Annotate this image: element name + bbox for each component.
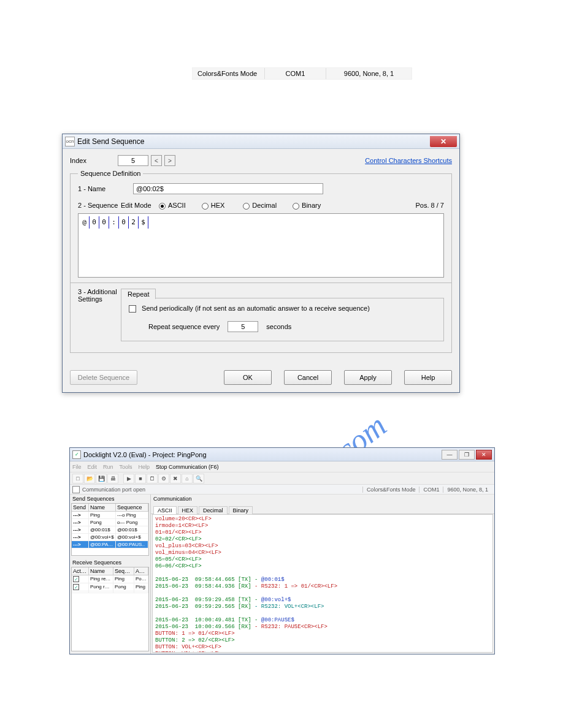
dialog-title: Edit Send Sequence	[77, 137, 430, 146]
send-periodically-label: Send periodically (if not sent as an aut…	[142, 305, 370, 312]
sequence-label: 2 - Sequence	[78, 202, 121, 209]
receive-sequences-grid[interactable]: Active Name Sequence Answe ✓Ping recei…P…	[71, 567, 149, 651]
app-titlebar[interactable]: ✓ Docklight V2.0 (Eval) - Project: PingP…	[70, 448, 494, 461]
menu-stop-communication[interactable]: Stop Communication (F6)	[156, 464, 219, 470]
stop-icon[interactable]: ■	[135, 474, 146, 483]
status-port: COM1	[419, 487, 443, 493]
menu-run[interactable]: Run	[103, 464, 113, 470]
table-row[interactable]: --->Pongo--- Pong	[72, 519, 148, 526]
help-button[interactable]: Help	[404, 370, 452, 385]
send-sequences-title: Send Sequences	[70, 495, 150, 503]
repeat-pane: Send periodically (if not sent as an aut…	[121, 298, 444, 341]
name-input[interactable]: @00:02$	[133, 183, 323, 194]
prev-button[interactable]: <	[151, 155, 162, 166]
radio-hex[interactable]: HEX	[202, 202, 225, 210]
clear-icon[interactable]: ✖	[170, 474, 181, 483]
table-row[interactable]: --->@00:PAUSE$@00:PAUS..	[72, 541, 148, 548]
char-cell[interactable]: :	[109, 216, 119, 229]
communication-log[interactable]: volume=20<CR><LF> irmode=1<CR><LF> 01=01…	[152, 514, 493, 653]
char-cell[interactable]: @	[80, 216, 90, 229]
communication-title: Communication	[151, 495, 494, 503]
status-strip-top: Colors&Fonts Mode COM1 9600, None, 8, 1	[192, 67, 412, 80]
char-cell[interactable]: 0	[119, 216, 129, 229]
search-icon[interactable]: 🔍	[193, 474, 204, 483]
radio-binary[interactable]: Binary	[293, 202, 321, 210]
status-mode: Colors&Fonts Mode	[193, 68, 265, 79]
menu-edit[interactable]: Edit	[88, 464, 98, 470]
table-row[interactable]	[72, 591, 148, 593]
menu-tools[interactable]: Tools	[120, 464, 132, 470]
index-input[interactable]: 5	[118, 155, 148, 166]
send-periodically-checkbox[interactable]	[129, 305, 136, 313]
send-sequences-grid[interactable]: Send Name Sequence --->Ping---o Ping ---…	[71, 503, 149, 556]
radio-decimal[interactable]: Decimal	[243, 202, 277, 210]
position-indicator: Pos. 8 / 7	[416, 202, 444, 209]
save-icon[interactable]: 💾	[96, 474, 107, 483]
dialog-titlebar[interactable]: ocn Edit Send Sequence ✕	[63, 134, 459, 149]
table-row[interactable]: ✓Pong recei…PongPing	[72, 583, 148, 591]
print-icon[interactable]: 🖶	[107, 474, 118, 483]
next-button[interactable]: >	[164, 155, 175, 166]
tab-binary[interactable]: Binary	[229, 506, 253, 514]
open-icon[interactable]: 📂	[84, 474, 95, 483]
char-cell[interactable]: 0	[99, 216, 109, 229]
table-row[interactable]: --->Ping---o Ping	[72, 512, 148, 519]
repeat-tab[interactable]: Repeat	[121, 289, 156, 299]
delete-sequence-button[interactable]: Delete Sequence	[70, 370, 137, 385]
additional-settings-label: 3 - Additional Settings	[78, 288, 121, 303]
char-cell[interactable]: 0	[90, 216, 99, 229]
maximize-icon[interactable]: ❐	[459, 450, 475, 460]
status-serial-settings: 9600, None, 8, 1	[326, 68, 412, 79]
docklight-window: ✓ Docklight V2.0 (Eval) - Project: PingP…	[69, 447, 495, 654]
menubar[interactable]: File Edit Run Tools Help Stop Communicat…	[70, 461, 494, 472]
menu-file[interactable]: File	[72, 464, 82, 470]
status-text: Communication port open	[82, 487, 145, 493]
receive-sequences-title: Receive Sequences	[70, 558, 150, 567]
char-cell[interactable]: 2	[129, 216, 139, 229]
tab-decimal[interactable]: Decimal	[199, 506, 228, 514]
sequence-definition-group: Sequence Definition 1 - Name @00:02$ 2 -…	[70, 170, 452, 353]
tab-ascii[interactable]: ASCII	[153, 506, 177, 514]
repeat-seconds-input[interactable]: 5	[228, 321, 258, 332]
toolbar[interactable]: □ 📂 💾 🖶 ▶ ■ 🗒 ⚙ ✖ ⌂ 🔍	[70, 472, 494, 485]
sequence-editor[interactable]: @ 0 0 : 0 2 $	[78, 213, 444, 278]
communication-tabs[interactable]: ASCII HEX Decimal Binary	[151, 504, 494, 514]
config-icon[interactable]: ⌂	[182, 474, 193, 483]
new-icon[interactable]: □	[72, 474, 83, 483]
sequence-definition-legend: Sequence Definition	[78, 170, 143, 177]
apply-button[interactable]: Apply	[344, 370, 392, 385]
table-row[interactable]: ✓Ping recei…PingPong	[72, 575, 148, 583]
close-icon[interactable]: ✕	[476, 450, 492, 460]
menu-help[interactable]: Help	[139, 464, 150, 470]
table-row[interactable]: --->@00:01$@00:01$	[72, 526, 148, 534]
table-row[interactable]: --->@00:vol+$@00:vol+$	[72, 534, 148, 541]
minimize-icon[interactable]: —	[442, 450, 458, 460]
char-cell[interactable]	[148, 216, 156, 229]
index-label: Index	[70, 157, 99, 164]
close-icon[interactable]: ✕	[430, 136, 457, 147]
play-icon[interactable]: ▶	[123, 474, 134, 483]
name-label: 1 - Name	[78, 185, 121, 192]
radio-ascii[interactable]: ASCII	[159, 202, 186, 210]
edit-send-sequence-dialog: ocn Edit Send Sequence ✕ Index 5 < > Con…	[62, 134, 460, 393]
repeat-pre-label: Repeat sequence every	[148, 323, 220, 330]
app-icon: ocn	[65, 137, 75, 146]
status-port: COM1	[265, 68, 326, 79]
status-mode: Colors&Fonts Mode	[362, 487, 419, 493]
cancel-button[interactable]: Cancel	[284, 370, 332, 385]
edit-mode-label: Edit Mode	[121, 202, 159, 209]
char-cell[interactable]: $	[139, 216, 148, 229]
port-indicator-icon	[72, 486, 80, 493]
repeat-post-label: seconds	[266, 323, 291, 330]
ok-button[interactable]: OK	[224, 370, 272, 385]
app-icon: ✓	[72, 450, 81, 459]
control-characters-link[interactable]: Control Characters Shortcuts	[365, 157, 452, 164]
notepad-icon[interactable]: 🗒	[147, 474, 158, 483]
settings-icon[interactable]: ⚙	[158, 474, 169, 483]
status-strip: Communication port open Colors&Fonts Mod…	[70, 485, 494, 495]
app-title: Docklight V2.0 (Eval) - Project: PingPon…	[83, 451, 442, 458]
tab-hex[interactable]: HEX	[178, 506, 198, 514]
status-serial-settings: 9600, None, 8, 1	[443, 487, 492, 493]
